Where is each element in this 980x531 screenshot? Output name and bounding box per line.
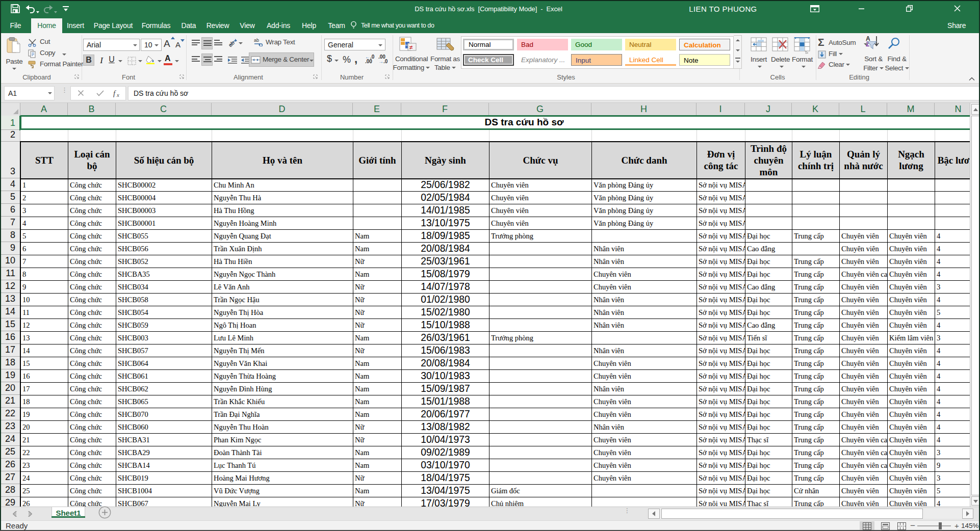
svg-text:≠: ≠ xyxy=(409,44,413,51)
svg-text:f: f xyxy=(113,89,116,97)
svg-text:ab: ab xyxy=(254,38,259,43)
svg-text:x: x xyxy=(116,92,119,97)
